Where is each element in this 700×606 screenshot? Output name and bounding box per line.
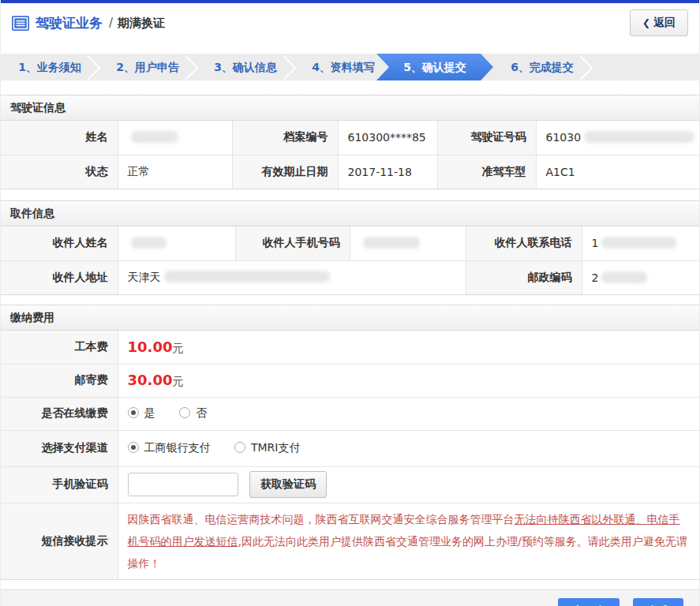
previous-step-button[interactable]: 上一步 (558, 598, 620, 606)
step-3-confirm-info[interactable]: 3、确认信息 (197, 54, 294, 80)
postage-fee-amount: 30.00 (128, 372, 173, 388)
name-value (118, 121, 232, 155)
redacted-value (584, 131, 694, 143)
sms-notice-cell: 因陕西省联通、电信运营商技术问题，陕西省互联网交通安全综合服务管理平台无法向持陕… (118, 503, 699, 579)
valid-until-label: 有效期止日期 (232, 155, 338, 189)
online-payment-label: 是否在线缴费 (1, 397, 118, 430)
table-row: 收件人姓名 收件人手机号码 收件人联系电话 1 (1, 226, 699, 260)
page-title: 驾驶证业务 (36, 14, 103, 32)
recipient-mobile-value (350, 226, 466, 260)
payment-channel-option-tmri[interactable]: TMRI支付 (234, 441, 301, 454)
sms-code-cell: 获取验证码 (118, 466, 699, 503)
vehicle-class-value: A1C1 (536, 155, 699, 189)
page: 驾驶证业务 / 期满换证 ❮返回 1、业务须知 2、用户申告 3、确认信息 4、… (0, 0, 700, 606)
postage-fee-value: 30.00元 (118, 364, 699, 397)
table-row: 姓名 档案编号 610300****85 驾驶证号码 61030 (1, 121, 699, 155)
redacted-value (131, 131, 178, 143)
radio-unchecked-icon[interactable] (179, 407, 190, 418)
payment-channel-option-icbc[interactable]: 工商银行支付 (128, 441, 211, 454)
file-number-value: 610300****85 (338, 121, 437, 155)
get-code-button[interactable]: 获取验证码 (249, 471, 327, 498)
zip-code-label: 邮政编码 (466, 260, 582, 294)
status-label: 状态 (1, 155, 118, 189)
file-number-label: 档案编号 (232, 121, 338, 155)
page-header: 驾驶证业务 / 期满换证 ❮返回 (1, 3, 699, 43)
step-1-business-notice[interactable]: 1、业务须知 (1, 54, 99, 80)
production-fee-amount: 10.00 (128, 339, 173, 355)
fees-table: 工本费 10.00元 邮寄费 30.00元 是否在线缴费 是 否 选择支付渠道 … (1, 331, 699, 579)
license-number-label: 驾驶证号码 (437, 121, 536, 155)
payment-channel-options: 工商银行支付 TMRI支付 (118, 430, 699, 466)
pickup-info-table: 收件人姓名 收件人手机号码 收件人联系电话 1 收件人地址 天津天 邮政编码 2 (1, 226, 699, 294)
recipient-phone-label: 收件人联系电话 (466, 226, 582, 260)
step-6-complete-submit[interactable]: 6、完成提交 (493, 54, 591, 80)
online-payment-option-no[interactable]: 否 (179, 406, 207, 419)
radio-unchecked-icon[interactable] (234, 442, 245, 453)
sms-code-input[interactable] (128, 473, 238, 496)
wizard-steps: 1、业务须知 2、用户申告 3、确认信息 4、资料填写 5、确认提交 6、完成提… (1, 54, 699, 80)
sms-notice-text: 因陕西省联通、电信运营商技术问题，陕西省互联网交通安全综合服务管理平台无法向持陕… (128, 503, 700, 579)
online-payment-options: 是 否 (118, 397, 699, 430)
table-row: 短信接收提示 因陕西省联通、电信运营商技术问题，陕西省互联网交通安全综合服务管理… (1, 503, 699, 579)
table-row: 邮寄费 30.00元 (1, 364, 699, 397)
back-button-label: 返回 (653, 16, 676, 28)
pickup-info-section: 取件信息 收件人姓名 收件人手机号码 收件人联系电话 1 收件人地址 天津天 邮… (1, 200, 699, 295)
recipient-name-label: 收件人姓名 (1, 226, 118, 260)
table-row: 手机验证码 获取验证码 (1, 466, 699, 503)
radio-checked-icon[interactable] (128, 407, 139, 418)
license-section-title: 驾驶证信息 (1, 95, 699, 121)
recipient-address-label: 收件人地址 (1, 260, 118, 294)
footer-action-bar: 上一步 完成 (1, 589, 699, 606)
step-2-user-declaration[interactable]: 2、用户申告 (99, 54, 197, 80)
postage-fee-unit: 元 (172, 375, 183, 387)
fees-section-title: 缴纳费用 (1, 305, 699, 331)
recipient-mobile-label: 收件人手机号码 (235, 226, 350, 260)
radio-checked-icon[interactable] (128, 442, 139, 453)
vehicle-class-label: 准驾车型 (437, 155, 536, 189)
zip-code-value: 2 (582, 260, 699, 294)
production-fee-value: 10.00元 (118, 331, 699, 364)
payment-channel-label: 选择支付渠道 (1, 430, 118, 466)
sms-notice-label: 短信接收提示 (1, 503, 118, 579)
redacted-value (131, 237, 167, 249)
postage-fee-label: 邮寄费 (1, 364, 118, 397)
fees-section: 缴纳费用 工本费 10.00元 邮寄费 30.00元 是否在线缴费 是 否 选择… (1, 305, 699, 580)
license-info-table: 姓名 档案编号 610300****85 驾驶证号码 61030 状态 正常 有… (1, 121, 699, 189)
license-number-value: 61030 (536, 121, 699, 155)
production-fee-label: 工本费 (1, 331, 118, 364)
table-row: 收件人地址 天津天 邮政编码 2 (1, 260, 699, 294)
step-4-fill-data[interactable]: 4、资料填写 (294, 54, 392, 80)
valid-until-value: 2017-11-18 (338, 155, 437, 189)
recipient-name-value (118, 226, 235, 260)
license-info-section: 驾驶证信息 姓名 档案编号 610300****85 驾驶证号码 61030 状… (1, 95, 699, 189)
table-row: 状态 正常 有效期止日期 2017-11-18 准驾车型 A1C1 (1, 155, 699, 189)
back-chevron-icon: ❮ (642, 17, 650, 28)
online-payment-option-yes[interactable]: 是 (128, 406, 155, 419)
breadcrumb-current: 期满换证 (118, 16, 165, 31)
production-fee-unit: 元 (172, 342, 183, 354)
table-row: 选择支付渠道 工商银行支付 TMRI支付 (1, 430, 699, 466)
back-button[interactable]: ❮返回 (630, 9, 688, 36)
table-row: 工本费 10.00元 (1, 331, 699, 364)
step-5-confirm-submit-active[interactable]: 5、确认提交 (376, 54, 493, 80)
redacted-value (363, 237, 420, 249)
status-value: 正常 (118, 155, 232, 189)
redacted-value (601, 237, 676, 249)
form-list-icon (12, 16, 29, 31)
name-label: 姓名 (1, 121, 118, 155)
sms-code-label: 手机验证码 (1, 466, 118, 503)
breadcrumb-separator: / (109, 16, 113, 30)
finish-button[interactable]: 完成 (633, 598, 683, 606)
pickup-section-title: 取件信息 (1, 201, 699, 226)
redacted-value (164, 271, 330, 282)
recipient-address-value: 天津天 (118, 260, 466, 294)
redacted-value (601, 271, 647, 283)
table-row: 是否在线缴费 是 否 (1, 397, 699, 430)
recipient-phone-value: 1 (582, 226, 699, 260)
